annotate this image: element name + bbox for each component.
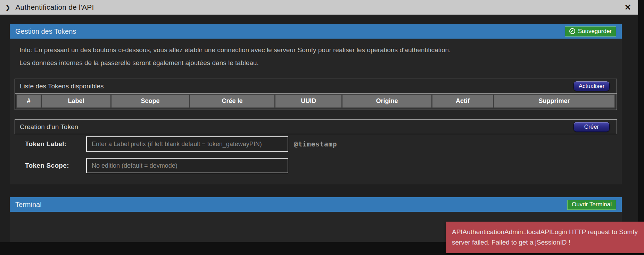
info-block: Info: En pressant un des boutons ci-dess… — [19, 39, 617, 68]
token-creation-title: Creation d'un Token — [20, 123, 78, 131]
check-circle-icon: ✓ — [569, 28, 575, 34]
token-list-title: Liste des Tokens disponibles — [20, 82, 104, 90]
token-table: # Label Scope Crée le UUID Origine Actif… — [16, 94, 616, 109]
column-header-scope: Scope — [111, 94, 190, 108]
token-table-wrap: # Label Scope Crée le UUID Origine Actif… — [15, 93, 617, 110]
tokens-panel-body: Info: En pressant un des boutons ci-dess… — [10, 39, 622, 184]
tokens-panel: Gestion des Tokens ✓ Sauvegarder Info: E… — [10, 24, 622, 184]
info-text-line1: Info: En pressant un des boutons ci-dess… — [19, 45, 617, 55]
create-button[interactable]: Créer — [573, 122, 610, 132]
token-scope-row: Token Scope: — [25, 158, 617, 173]
save-button-label: Sauvegarder — [578, 28, 612, 35]
token-label-label: Token Label: — [25, 140, 86, 148]
column-header-created: Crée le — [189, 94, 275, 108]
column-header-label: Label — [41, 94, 111, 108]
tokens-panel-title: Gestion des Tokens — [15, 27, 76, 35]
close-icon[interactable]: ✕ — [625, 3, 631, 11]
column-header-active: Actif — [432, 94, 493, 108]
token-label-input[interactable] — [86, 136, 288, 152]
open-terminal-button-label: Ouvrir Terminal — [572, 201, 612, 208]
token-list-header: Liste des Tokens disponibles Actualiser — [15, 79, 617, 93]
refresh-button[interactable]: Actualiser — [573, 81, 610, 91]
terminal-panel-title: Terminal — [15, 201, 42, 209]
token-scope-label: Token Scope: — [25, 162, 86, 169]
column-header-uuid: UUID — [275, 94, 342, 108]
modal-content: Gestion des Tokens ✓ Sauvegarder Info: E… — [10, 24, 622, 242]
token-scope-input[interactable] — [86, 158, 288, 173]
open-terminal-button[interactable]: Ouvrir Terminal — [567, 200, 616, 210]
tokens-panel-heading: Gestion des Tokens ✓ Sauvegarder — [10, 24, 622, 39]
token-creation-fieldset: Creation d'un Token Créer — [15, 119, 617, 134]
chevron-right-icon[interactable]: ❯ — [6, 4, 10, 11]
token-list-fieldset: Liste des Tokens disponibles Actualiser — [15, 79, 617, 110]
modal-title: Authentification de l'API — [15, 3, 94, 11]
column-header-origin: Origine — [342, 94, 432, 108]
error-toast[interactable]: APIAuthenticationAdmin::localAPILogin HT… — [446, 222, 644, 253]
token-creation-header: Creation d'un Token Créer — [15, 120, 617, 134]
token-table-header-row: # Label Scope Crée le UUID Origine Actif… — [17, 94, 615, 108]
modal-titlebar: ❯ Authentification de l'API ✕ — [0, 0, 638, 15]
column-header-delete: Supprimer — [494, 94, 615, 108]
token-label-row: Token Label: @timestamp — [25, 136, 617, 152]
save-button[interactable]: ✓ Sauvegarder — [565, 26, 616, 37]
info-text-line2: Les données internes de la passerelle se… — [19, 57, 617, 68]
api-authentication-modal: ❯ Authentification de l'API ✕ Gestion de… — [0, 0, 638, 242]
timestamp-suffix: @timestamp — [294, 140, 337, 148]
terminal-panel-heading: Terminal Ouvrir Terminal — [10, 197, 622, 212]
column-header-index: # — [17, 94, 41, 108]
